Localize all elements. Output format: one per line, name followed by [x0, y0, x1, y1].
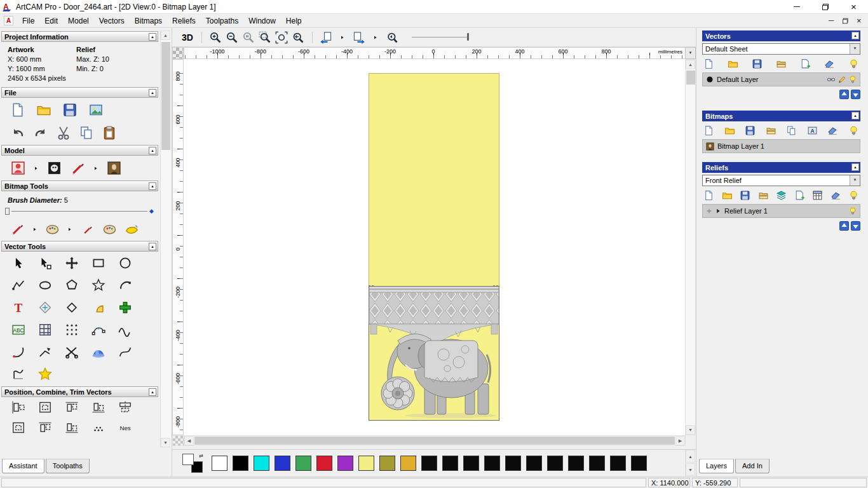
sheet-dropdown-arrow[interactable]	[850, 44, 860, 54]
collapse-vector-tools-button[interactable]	[149, 243, 156, 250]
colour-swatch-1[interactable]	[233, 456, 248, 471]
stack-icon[interactable]	[776, 58, 787, 69]
scroll-down-button[interactable]	[686, 425, 695, 435]
image-icon[interactable]	[88, 102, 104, 118]
redo-icon[interactable]	[33, 125, 48, 140]
menu-file[interactable]: File	[17, 15, 39, 27]
arc2-icon[interactable]	[5, 341, 32, 363]
colour-swatch-11[interactable]	[442, 456, 458, 471]
colour-swatch-9[interactable]	[400, 456, 416, 471]
colour-swatch-14[interactable]	[505, 456, 521, 471]
scroll-up-button[interactable]	[686, 60, 695, 69]
model-section-header[interactable]: Model	[1, 145, 158, 156]
menu-help[interactable]: Help	[281, 15, 307, 27]
align-c-icon[interactable]	[58, 397, 85, 417]
scroll-thumb[interactable]	[194, 437, 675, 445]
model-dark-icon[interactable]	[46, 160, 62, 176]
disk-icon[interactable]	[752, 58, 763, 69]
palette-scroll-down-button[interactable]	[686, 463, 695, 476]
text-tool-icon[interactable]: T	[5, 296, 32, 318]
copy-page-icon[interactable]	[79, 125, 94, 140]
colour-swatch-19[interactable]	[610, 456, 626, 471]
folder-icon[interactable]	[724, 125, 735, 136]
zoom-out-icon[interactable]	[225, 30, 240, 44]
ellipse-tool-icon[interactable]	[32, 274, 58, 296]
align-c-icon[interactable]	[32, 417, 58, 438]
align-e-icon[interactable]	[112, 397, 139, 417]
colour-swatch-6[interactable]	[337, 456, 353, 471]
page-plus-icon[interactable]	[794, 190, 805, 201]
ruler-toggle-icon[interactable]	[173, 436, 184, 445]
bulb-icon[interactable]	[848, 207, 857, 215]
image-a-icon[interactable]: A	[807, 125, 818, 136]
measure-icon[interactable]	[32, 296, 58, 318]
artwork-2d-view[interactable]	[369, 73, 499, 421]
collapse-bitmap-tools-button[interactable]	[149, 182, 156, 190]
bezier-icon[interactable]	[112, 341, 139, 363]
page-blue-icon[interactable]	[10, 102, 25, 118]
vectors-section-header[interactable]: Vectors	[702, 30, 860, 41]
bitmap-layer-row[interactable]: Bitmap Layer 1	[702, 139, 860, 153]
relief-dropdown-arrow[interactable]	[850, 175, 860, 186]
menu-window[interactable]: Window	[243, 15, 281, 27]
primary-secondary-colour-widget[interactable]	[182, 453, 204, 473]
position-combine-header[interactable]: Position, Combine, Trim Vectors	[1, 386, 158, 397]
fill-yellow-icon[interactable]	[125, 222, 139, 236]
tab-toolpaths[interactable]: Toolpaths	[46, 459, 90, 473]
zoom-in-icon[interactable]	[208, 30, 223, 44]
plus-gray-icon[interactable]	[705, 207, 713, 215]
star-yellow-icon[interactable]	[32, 363, 58, 385]
bitmap-tools-header[interactable]: Bitmap Tools	[1, 180, 158, 191]
page-blue-icon[interactable]	[703, 190, 714, 201]
scroll-down-button[interactable]	[161, 438, 170, 447]
disk-icon[interactable]	[62, 102, 78, 118]
scissors-x-icon[interactable]	[58, 341, 85, 363]
align-d-icon[interactable]	[85, 397, 112, 417]
colour-swatch-8[interactable]	[379, 456, 395, 471]
disk-icon[interactable]	[740, 190, 750, 201]
align-b-icon[interactable]	[32, 397, 58, 417]
menu-reliefs[interactable]: Reliefs	[167, 15, 201, 27]
palette-scroll-up-button[interactable]	[686, 450, 695, 463]
page-plus-icon[interactable]	[800, 58, 811, 69]
mdi-restore-icon[interactable]	[843, 18, 848, 24]
nest-icon[interactable]: Nes	[112, 417, 139, 438]
bulb-icon[interactable]	[848, 190, 859, 201]
model-red-icon[interactable]	[10, 160, 26, 176]
collapse-position-combine-button[interactable]	[149, 388, 156, 396]
calc-grid-icon[interactable]	[812, 190, 823, 201]
scroll-right-button[interactable]	[675, 436, 685, 445]
eraser-blue-icon[interactable]	[831, 190, 841, 201]
fillet-icon[interactable]	[85, 296, 112, 318]
collapse-project-info-button[interactable]	[149, 33, 156, 41]
order-up-icon[interactable]	[839, 221, 849, 231]
zoom-obj-icon[interactable]	[241, 30, 256, 44]
stack-icon[interactable]	[766, 125, 776, 136]
arrow-right-icon[interactable]	[714, 207, 722, 215]
colour-swatch-3[interactable]	[275, 456, 290, 471]
reliefs-section-header[interactable]: Reliefs	[702, 162, 860, 173]
close-button[interactable]	[839, 0, 868, 13]
minimize-button[interactable]	[782, 0, 811, 13]
wave-icon[interactable]	[112, 318, 139, 341]
abc-text-icon[interactable]: ABC	[5, 318, 32, 341]
nodes-curve-icon[interactable]	[85, 318, 112, 341]
pencil-icon[interactable]	[837, 75, 846, 84]
file-section-header[interactable]: File	[1, 87, 158, 98]
dots-small-icon[interactable]	[85, 417, 112, 438]
grid-tool-icon[interactable]	[32, 318, 58, 341]
polyline-icon[interactable]	[5, 274, 32, 296]
drop-arrow-icon[interactable]	[336, 30, 350, 44]
colour-swatch-0[interactable]	[212, 456, 227, 471]
colour-swatch-20[interactable]	[631, 456, 647, 471]
assistant-scrollbar[interactable]	[160, 30, 171, 447]
dots-grid-icon[interactable]	[58, 318, 85, 341]
tab-layers[interactable]: Layers	[699, 459, 734, 473]
zoom-fit-icon[interactable]	[275, 30, 289, 44]
project-info-header[interactable]: Project Information	[1, 31, 158, 42]
colour-swatch-16[interactable]	[547, 456, 563, 471]
vector-tools-header[interactable]: Vector Tools	[1, 241, 158, 252]
bitmaps-section-header[interactable]: Bitmaps	[702, 111, 860, 121]
align-a-icon[interactable]	[5, 397, 32, 417]
node-edit-icon[interactable]	[32, 252, 58, 274]
